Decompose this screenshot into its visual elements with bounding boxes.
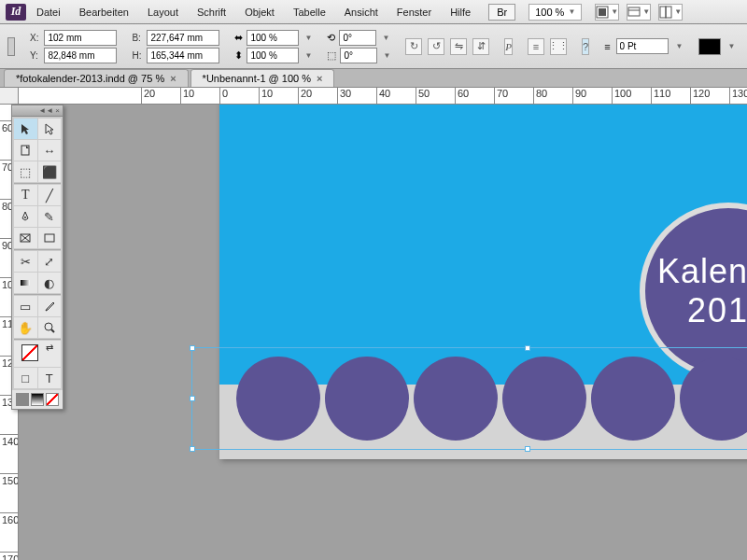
menu-fenster[interactable]: Fenster (388, 3, 440, 21)
free-transform-tool-icon[interactable]: ⤢ (38, 251, 62, 272)
zoom-tool-icon[interactable] (38, 317, 62, 338)
svg-point-7 (24, 217, 26, 218)
line-tool-icon[interactable]: ╱ (38, 185, 62, 205)
rectangle-frame-tool-icon[interactable] (14, 228, 37, 248)
view-options-icon[interactable]: ▼ (595, 4, 619, 21)
hand-tool-icon[interactable]: ✋ (14, 317, 37, 338)
panel-grip[interactable]: ◄◄ × (12, 105, 63, 117)
y-label: Y: (30, 50, 38, 61)
selection-handle[interactable] (525, 446, 530, 452)
close-icon[interactable]: × (170, 73, 176, 84)
workspace: 2010010203040506070809010011012013014015… (0, 88, 747, 560)
shear-icon: ⬚ (327, 49, 336, 62)
menu-ansicht[interactable]: Ansicht (336, 3, 387, 21)
y-input[interactable] (44, 48, 117, 63)
bridge-button[interactable]: Br (488, 4, 515, 21)
content-collector-icon[interactable]: ⬚ (14, 161, 37, 182)
menu-schrift[interactable]: Schrift (189, 3, 234, 21)
formatting-text-icon[interactable]: T (38, 368, 62, 388)
paragraph-icon[interactable]: P (504, 38, 513, 55)
rotate-cw-icon[interactable]: ↻ (405, 38, 422, 55)
distribute-icon[interactable]: ⋮⋮ (550, 38, 567, 55)
scale-group: ⬌▼ ⬍▼ (234, 30, 312, 63)
align-icon[interactable]: ≡ (528, 38, 544, 55)
apply-none-icon[interactable] (46, 393, 59, 406)
canvas-area[interactable]: Kalender 2013 (19, 105, 747, 560)
zoom-display[interactable]: 100 %▼ (529, 4, 582, 21)
distribute-icons: ≡ ⋮⋮ (528, 38, 567, 55)
flip-v-icon[interactable]: ⇵ (472, 38, 489, 55)
view-mode-icons: ▼ ▼ ▼ (595, 4, 683, 21)
tab-unbenannt[interactable]: *Unbenannt-1 @ 100 %× (190, 69, 335, 87)
ruler-origin[interactable] (0, 88, 19, 105)
note-tool-icon[interactable]: ▭ (14, 296, 37, 316)
menu-tabelle[interactable]: Tabelle (285, 3, 334, 21)
screen-mode-icon[interactable]: ▼ (627, 4, 651, 21)
formatting-container-icon[interactable]: □ (14, 368, 37, 388)
scissors-tool-icon[interactable]: ✂ (14, 251, 37, 272)
selection-handle[interactable] (190, 345, 195, 351)
rotate-ccw-icon[interactable]: ↺ (428, 38, 444, 55)
menu-bearbeiten[interactable]: Bearbeiten (71, 3, 137, 21)
content-placer-icon[interactable]: ⬛ (38, 161, 62, 182)
close-icon[interactable]: × (317, 73, 322, 84)
gap-tool-icon[interactable]: ↔ (38, 140, 62, 161)
stroke-style-swatch[interactable] (698, 38, 721, 55)
position-group: X: Y: (30, 30, 117, 63)
direct-selection-tool-icon[interactable] (38, 119, 62, 139)
chevron-down-icon: ▼ (568, 7, 575, 16)
stroke-controls: ≡ ▼ (604, 38, 683, 54)
svg-rect-4 (660, 7, 666, 18)
transform-icons: ↻ ↺ ⇋ ⇵ (405, 38, 489, 55)
rotate-input[interactable] (339, 30, 376, 46)
apply-gradient-icon[interactable] (31, 393, 44, 406)
menu-datei[interactable]: Datei (28, 3, 69, 21)
x-input[interactable] (44, 30, 117, 46)
horizontal-ruler[interactable]: 2010010203040506070809010011012013014015… (19, 88, 747, 105)
size-group: B: H: (132, 30, 219, 63)
type-tool-icon[interactable]: T (14, 185, 37, 205)
selection-handle[interactable] (525, 345, 530, 351)
flip-h-icon[interactable]: ⇋ (450, 38, 467, 55)
apply-color-icon[interactable] (16, 393, 29, 406)
pencil-tool-icon[interactable]: ✎ (38, 206, 62, 227)
tab-fotokalender[interactable]: *fotokalender-2013.indd @ 75 %× (4, 69, 189, 87)
rectangle-tool-icon[interactable] (38, 228, 62, 248)
stroke-weight-icon: ≡ (604, 41, 610, 52)
tool-panel: ◄◄ × ↔ ⬚ ⬛ T ╱ ✎ ✂ ⤢ ◐ ▭ ✋ (11, 105, 63, 410)
gradient-feather-tool-icon[interactable]: ◐ (38, 273, 62, 293)
w-label: B: (132, 33, 141, 43)
selection-frame[interactable] (191, 347, 747, 450)
reference-point[interactable] (7, 37, 15, 56)
scale-y-icon: ⬍ (234, 49, 243, 62)
stroke-weight-input[interactable] (616, 38, 669, 54)
rotate-icon: ⟲ (327, 32, 335, 44)
menubar: Id Datei Bearbeiten Layout Schrift Objek… (0, 0, 747, 24)
gradient-swatch-tool-icon[interactable] (14, 273, 37, 293)
shear-input[interactable] (340, 48, 377, 63)
pen-tool-icon[interactable] (14, 206, 37, 227)
menu-hilfe[interactable]: Hilfe (442, 3, 479, 21)
fill-stroke-default-icon[interactable]: ⇄ (14, 341, 61, 367)
page: Kalender 2013 (219, 105, 747, 459)
h-input[interactable] (147, 48, 219, 63)
eyedropper-tool-icon[interactable] (38, 296, 62, 316)
help-icon[interactable]: ? (582, 38, 589, 55)
app-logo[interactable]: Id (6, 4, 26, 21)
menu-objekt[interactable]: Objekt (236, 3, 283, 21)
tab-label: *fotokalender-2013.indd @ 75 % (16, 73, 164, 84)
h-label: H: (132, 50, 141, 61)
menu-layout[interactable]: Layout (139, 3, 187, 21)
arrange-icon[interactable]: ▼ (658, 4, 683, 21)
scale-x-input[interactable] (247, 30, 299, 46)
x-label: X: (30, 33, 38, 43)
page-tool-icon[interactable] (14, 140, 37, 161)
selection-handle[interactable] (190, 446, 195, 452)
selection-tool-icon[interactable] (14, 119, 37, 139)
scale-y-input[interactable] (247, 48, 299, 63)
control-bar: X: Y: B: H: ⬌▼ ⬍▼ ⟲▼ ⬚▼ ↻ ↺ ⇋ ⇵ P ≡ ⋮⋮ ?… (0, 24, 747, 69)
w-input[interactable] (147, 30, 219, 46)
title-line1: Kalender (657, 252, 747, 291)
selection-handle[interactable] (190, 396, 195, 401)
svg-rect-2 (628, 7, 640, 16)
